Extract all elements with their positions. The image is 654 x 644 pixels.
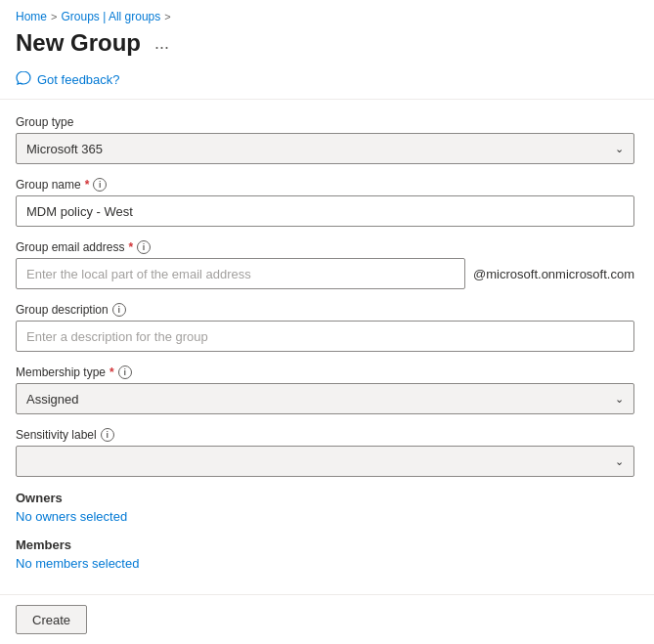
feedback-bar[interactable]: Got feedback? — [0, 64, 654, 100]
group-description-label: Group description i — [16, 303, 634, 317]
breadcrumb-sep1: > — [51, 11, 57, 22]
group-name-field: Group name * i — [16, 178, 634, 227]
email-domain: @microsoft.onmicrosoft.com — [473, 267, 634, 281]
breadcrumb-groups[interactable]: Groups | All groups — [61, 10, 160, 23]
group-name-info-icon[interactable]: i — [93, 178, 107, 192]
membership-type-value: Assigned — [26, 392, 78, 407]
sensitivity-label-info-icon[interactable]: i — [101, 428, 114, 442]
group-type-value: Microsoft 365 — [26, 142, 103, 156]
title-row: New Group ... — [0, 27, 654, 64]
members-heading: Members — [16, 537, 634, 552]
page-title: New Group — [16, 29, 141, 57]
group-type-dropdown[interactable]: Microsoft 365 ⌄ — [16, 133, 634, 164]
group-type-field: Group type Microsoft 365 ⌄ — [16, 115, 634, 164]
no-owners-selected[interactable]: No owners selected — [16, 509, 634, 524]
members-section: Members No members selected — [16, 537, 634, 571]
group-name-label: Group name * i — [16, 178, 634, 192]
sensitivity-label-dropdown[interactable]: ⌄ — [16, 446, 634, 477]
membership-type-arrow: ⌄ — [615, 393, 624, 406]
more-options-button[interactable]: ... — [149, 32, 175, 54]
membership-type-label: Membership type * i — [16, 365, 634, 379]
group-type-label: Group type — [16, 115, 634, 129]
group-email-input[interactable] — [16, 258, 465, 289]
group-description-input[interactable] — [16, 321, 634, 352]
create-button[interactable]: Create — [16, 605, 87, 634]
bottom-bar: Create — [0, 594, 654, 644]
owners-section: Owners No owners selected — [16, 491, 634, 524]
content-area: Group type Microsoft 365 ⌄ Group name * … — [0, 100, 654, 594]
membership-type-dropdown[interactable]: Assigned ⌄ — [16, 383, 634, 414]
membership-type-info-icon[interactable]: i — [118, 365, 132, 379]
no-members-selected[interactable]: No members selected — [16, 556, 634, 571]
owners-heading: Owners — [16, 491, 634, 505]
group-email-required: * — [128, 240, 133, 254]
breadcrumb: Home > Groups | All groups > — [0, 0, 654, 27]
group-email-info-icon[interactable]: i — [137, 240, 151, 254]
group-email-label: Group email address * i — [16, 240, 634, 254]
membership-type-required: * — [109, 365, 114, 379]
feedback-icon — [16, 70, 31, 89]
breadcrumb-home[interactable]: Home — [16, 10, 47, 23]
feedback-label: Got feedback? — [37, 72, 120, 87]
group-name-input[interactable] — [16, 195, 634, 227]
group-email-field: Group email address * i @microsoft.onmic… — [16, 240, 634, 289]
group-description-info-icon[interactable]: i — [112, 303, 126, 317]
sensitivity-label-field: Sensitivity label i ⌄ — [16, 428, 634, 477]
sensitivity-label-arrow: ⌄ — [615, 455, 624, 468]
breadcrumb-sep2: > — [164, 11, 170, 22]
sensitivity-label-label: Sensitivity label i — [16, 428, 634, 442]
email-row: @microsoft.onmicrosoft.com — [16, 258, 634, 289]
membership-type-field: Membership type * i Assigned ⌄ — [16, 365, 634, 414]
group-name-required: * — [85, 178, 90, 192]
group-description-field: Group description i — [16, 303, 634, 352]
group-type-arrow: ⌄ — [615, 143, 624, 155]
